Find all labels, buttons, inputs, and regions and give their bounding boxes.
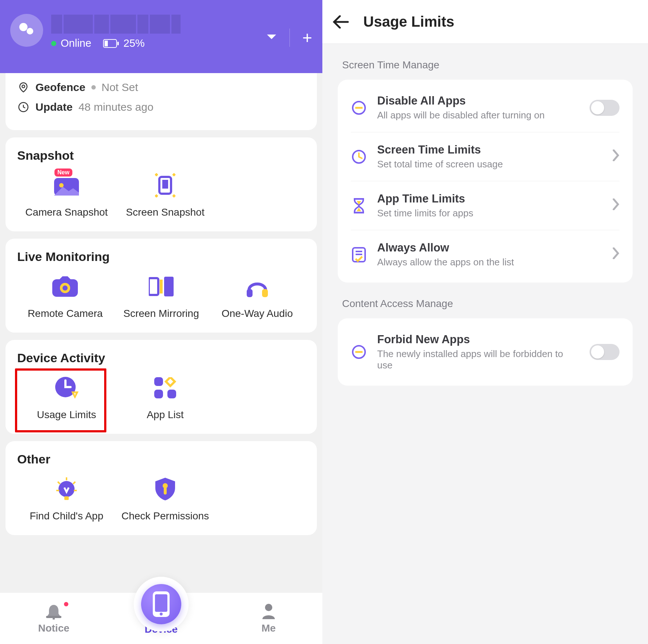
svg-rect-3 [105,41,108,46]
notice-dot [64,602,68,606]
section-screen-time: Screen Time Manage [342,59,633,71]
allow-list-icon [351,247,367,263]
nav-notice[interactable]: Notice [17,603,90,634]
chevron-right-icon [612,198,619,213]
live-monitoring-card: Live Monitoring Remote Camera Screen Mir… [5,239,317,333]
row-screen-time-limits[interactable]: Screen Time Limits Set total time of scr… [351,132,619,181]
child-avatar[interactable] [10,14,43,47]
remote-camera-icon [17,272,113,301]
update-value: 48 minutes ago [79,101,154,113]
row-forbid-new-apps: Forbid New Apps The newly installed apps… [351,322,619,382]
online-status-dot [51,41,56,46]
svg-rect-22 [167,390,176,398]
child-dropdown[interactable] [266,32,277,43]
geofence-value: Not Set [102,81,138,94]
svg-rect-31 [155,594,167,612]
toggle-disable-all-apps[interactable] [590,100,619,116]
snapshot-title: Snapshot [17,148,305,163]
svg-rect-14 [149,278,158,295]
toggle-forbid-new-apps[interactable] [590,344,619,360]
other-title: Other [17,452,305,466]
usage-limits-header: Usage Limits [322,0,648,44]
content-access-card: Forbid New Apps The newly installed apps… [338,318,633,386]
battery-icon [103,39,119,48]
headphones-icon [209,272,305,301]
svg-rect-18 [262,289,268,297]
svg-point-5 [22,85,25,88]
add-child-button[interactable]: + [302,29,312,46]
device-dashboard-pane: Online 25% + Geofence Not Set [0,0,322,644]
screen-time-card: Disable All Apps All apps will be disabl… [338,80,633,283]
svg-point-0 [19,23,28,31]
svg-rect-10 [162,180,168,189]
row-app-time-limits[interactable]: App Time Limits Set time limits for apps [351,181,619,230]
live-title: Live Monitoring [17,250,305,264]
quick-info-card: Geofence Not Set Update 48 minutes ago [5,73,317,130]
screen-mirroring-button[interactable]: Screen Mirroring [113,272,209,319]
lightbulb-icon [17,474,116,504]
row-disable-all-apps: Disable All Apps All apps will be disabl… [351,83,619,132]
hourglass-icon [351,198,367,214]
one-way-audio-button[interactable]: One-Way Audio [209,272,305,319]
new-badge: New [54,168,72,177]
screen-snapshot-button[interactable]: Screen Snapshot [116,171,215,218]
svg-point-23 [58,481,75,497]
svg-rect-20 [154,377,163,386]
remote-camera-button[interactable]: Remote Camera [17,272,113,319]
svg-rect-21 [154,390,163,398]
find-child-app-button[interactable]: Find Child's App [17,474,116,522]
shield-icon [116,474,215,504]
chevron-right-icon [612,149,619,164]
svg-rect-4 [117,42,119,45]
svg-point-29 [265,604,272,611]
screen-mirroring-icon [113,272,209,301]
section-content-access: Content Access Manage [342,298,633,310]
child-name-redacted [51,15,197,34]
chevron-right-icon [612,247,619,262]
geofence-icon [17,81,30,94]
geofence-label: Geofence [35,81,86,94]
screen-snapshot-icon [116,171,215,200]
device-activity-card: Device Activity Usage Limits App List [5,340,317,434]
forbid-icon [351,344,367,360]
geofence-status-dot [91,85,96,90]
clock-icon [17,101,30,113]
dashboard-header: Online 25% + [0,0,322,73]
bell-icon [17,603,90,620]
disable-icon [351,100,367,116]
check-permissions-button[interactable]: Check Permissions [116,474,215,522]
phone-icon [153,591,170,617]
svg-point-32 [160,613,163,615]
app-list-icon [116,373,215,402]
svg-rect-15 [164,277,174,296]
back-button[interactable] [333,15,349,29]
update-label: Update [35,101,73,113]
nav-device-fab[interactable] [134,577,189,632]
svg-rect-26 [164,487,167,495]
svg-rect-24 [64,496,69,500]
activity-title: Device Activity [17,351,305,365]
clock-limit-icon [351,149,367,165]
battery-text: 25% [124,37,145,49]
highlight-usage-limits [15,368,106,432]
snapshot-card: Snapshot New Camera Snapshot Screen Snap… [5,137,317,231]
svg-point-1 [27,28,33,34]
other-card: Other Find Child's App Check Permissions [5,441,317,535]
camera-snapshot-button[interactable]: New Camera Snapshot [17,171,116,218]
bottom-nav: Notice Device Me [0,593,322,644]
online-status-text: Online [61,37,91,49]
app-list-button[interactable]: App List [116,373,215,421]
nav-me[interactable]: Me [232,603,305,634]
person-icon [232,603,305,620]
svg-rect-16 [160,280,163,293]
row-always-allow[interactable]: Always Allow Always allow the apps on th… [351,230,619,279]
svg-point-13 [62,285,68,291]
svg-rect-17 [247,289,253,297]
header-separator [289,29,290,47]
usage-limits-pane: Usage Limits Screen Time Manage Disable … [322,0,648,644]
page-title: Usage Limits [363,14,454,30]
